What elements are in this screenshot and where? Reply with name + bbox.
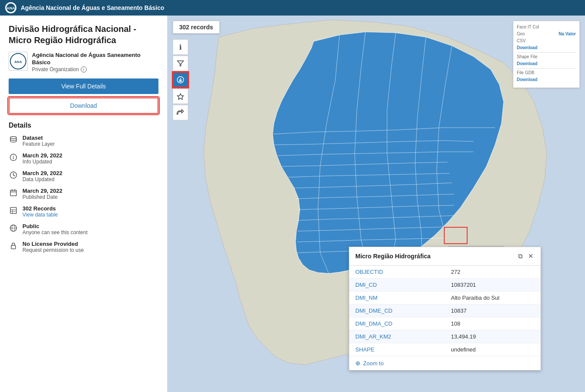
popup-row-value: undefined	[445, 343, 541, 356]
popup-table-row: DMI_DME_CD10837	[349, 304, 541, 317]
popup-zoom-label: Zoom to	[363, 360, 384, 367]
feature-popup: Micro Região Hidrográfica ⧉ ✕ OBJECTID27…	[349, 247, 541, 370]
page-title: Divisão Hidrográfica Nacional - Micro Re…	[9, 23, 158, 46]
popup-expand-button[interactable]: ⧉	[517, 251, 524, 261]
toolbar-info-button[interactable]: ℹ	[173, 39, 188, 55]
popup-title: Micro Região Hidrográfica	[355, 253, 430, 260]
public-value: Anyone can see this content	[22, 229, 88, 235]
popup-row-value: 272	[445, 266, 541, 279]
detail-public: Public Anyone can see this content	[9, 223, 158, 235]
details-heading: Details	[9, 122, 158, 129]
toolbar-download-button[interactable]	[173, 72, 188, 88]
svg-text:ANA: ANA	[14, 60, 22, 64]
organization-row: ANA Agência Nacional de Águas Saneamento…	[9, 52, 158, 72]
popup-table-row: DMI_DMA_CD108	[349, 317, 541, 330]
popup-row-key: DMI_AR_KM2	[349, 330, 445, 343]
popup-row-key: DMI_DMA_CD	[349, 317, 445, 330]
popup-row-key: OBJECTID	[349, 266, 445, 279]
data-updated-date: March 29, 2022	[22, 170, 63, 176]
calendar-icon	[9, 188, 18, 198]
popup-row-key: SHAPE	[349, 343, 445, 356]
toolbar-bookmark-button[interactable]	[173, 88, 188, 104]
mini-download-csv[interactable]: Download	[517, 45, 538, 50]
sidebar: Divisão Hidrográfica Nacional - Micro Re…	[0, 16, 168, 392]
ana-logo: ANA	[5, 2, 16, 13]
lock-icon	[9, 241, 18, 251]
org-type: Private Organization i	[32, 66, 158, 72]
clock-icon	[9, 170, 18, 180]
map-container[interactable]: 302 records ℹ Face IT Col Geo	[168, 16, 585, 392]
svg-text:i: i	[13, 155, 14, 160]
org-type-info-icon[interactable]: i	[81, 66, 87, 72]
mini-download-panel: Face IT Col Geo Na Valor CSV Download Sh…	[513, 21, 580, 88]
mini-download-gdb[interactable]: Download	[517, 77, 538, 82]
globe-icon	[9, 223, 18, 233]
svg-marker-24	[177, 61, 183, 66]
popup-row-key: DMI_DME_CD	[349, 304, 445, 317]
popup-close-button[interactable]: ✕	[527, 251, 534, 261]
popup-zoom-to[interactable]: ⊕ Zoom to	[349, 356, 541, 370]
svg-rect-11	[10, 190, 16, 196]
detail-data-updated: March 29, 2022 Data Updated	[9, 170, 158, 182]
popup-table-row: SHAPEundefined	[349, 343, 541, 356]
view-data-table-link[interactable]: View data table	[22, 212, 58, 218]
top-navigation-bar: ANA Agência Nacional de Águas e Saneamen…	[0, 0, 585, 16]
database-icon	[9, 135, 18, 144]
popup-table: OBJECTID272DMI_CD10837201DMI_NMAlto Para…	[349, 266, 541, 356]
popup-row-key: DMI_NM	[349, 292, 445, 304]
svg-rect-22	[11, 245, 16, 249]
zoom-icon: ⊕	[355, 360, 360, 367]
records-count: 302 Records	[22, 205, 58, 212]
published-label: Published Date	[22, 194, 63, 200]
popup-row-value: 10837	[445, 304, 541, 317]
svg-marker-27	[177, 94, 183, 100]
detail-published: March 29, 2022 Published Date	[9, 188, 158, 200]
main-layout: Divisão Hidrográfica Nacional - Micro Re…	[0, 16, 585, 392]
svg-line-10	[13, 175, 15, 176]
popup-row-value: 108	[445, 317, 541, 330]
detail-info-updated: i March 29, 2022 Info Updated	[9, 152, 158, 165]
detail-dataset-value: Feature Layer	[22, 141, 55, 147]
map-toolbar: ℹ	[173, 39, 188, 120]
license-label: No License Provided	[22, 241, 84, 247]
toolbar-filter-button[interactable]	[173, 56, 188, 71]
info-updated-date: March 29, 2022	[22, 152, 63, 159]
published-date: March 29, 2022	[22, 188, 63, 194]
popup-row-key: DMI_CD	[349, 279, 445, 292]
license-value: Request permission to use	[22, 247, 84, 253]
svg-text:ANA: ANA	[6, 6, 15, 10]
mini-download-shape[interactable]: Download	[517, 61, 538, 66]
popup-table-row: OBJECTID272	[349, 266, 541, 279]
popup-row-value: Alto Paraíba do Sul	[445, 292, 541, 304]
top-bar-title: Agência Nacional de Águas e Saneamento B…	[21, 4, 164, 11]
popup-row-value: 13,494.19	[445, 330, 541, 343]
popup-header: Micro Região Hidrográfica ⧉ ✕	[349, 247, 541, 266]
detail-dataset: Dataset Feature Layer	[9, 135, 158, 147]
download-button[interactable]: Download	[9, 97, 158, 114]
popup-row-value: 10837201	[445, 279, 541, 292]
org-info: Agência Nacional de Águas Saneamento Bás…	[32, 52, 158, 72]
popup-table-row: DMI_NMAlto Paraíba do Sul	[349, 292, 541, 304]
svg-rect-15	[10, 207, 16, 213]
public-label: Public	[22, 223, 88, 229]
svg-point-5	[10, 136, 16, 138]
popup-table-row: DMI_AR_KM213,494.19	[349, 330, 541, 343]
info-icon: i	[9, 153, 18, 162]
data-updated-label: Data Updated	[22, 176, 63, 182]
records-badge: 302 records	[173, 21, 220, 34]
detail-dataset-label: Dataset	[22, 135, 55, 141]
org-logo: ANA	[9, 52, 28, 71]
org-name: Agência Nacional de Águas Saneamento Bás…	[32, 52, 158, 66]
table-icon	[9, 206, 18, 215]
info-updated-label: Info Updated	[22, 159, 63, 165]
detail-records: 302 Records View data table	[9, 205, 158, 218]
view-full-details-button[interactable]: View Full Details	[9, 78, 158, 94]
detail-license: No License Provided Request permission t…	[9, 241, 158, 253]
toolbar-share-button[interactable]	[173, 105, 188, 120]
popup-table-row: DMI_CD10837201	[349, 279, 541, 292]
